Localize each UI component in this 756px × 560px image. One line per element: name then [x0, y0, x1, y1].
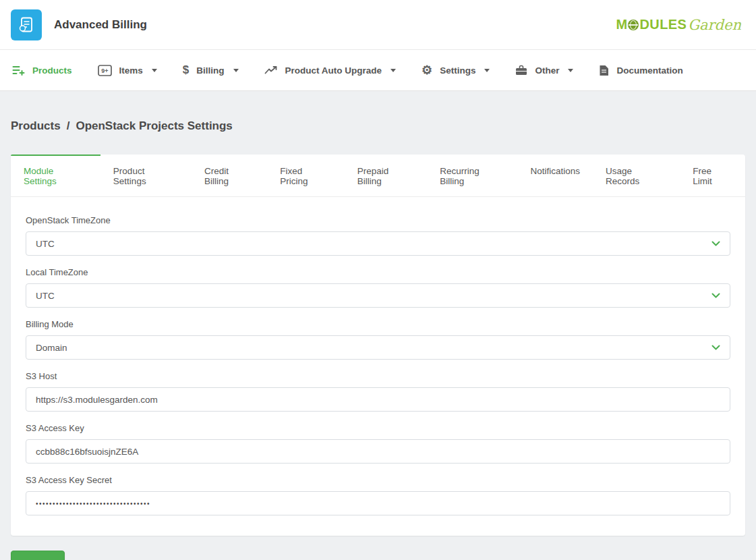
tab-credit-billing[interactable]: Credit Billing [192, 155, 267, 196]
tab-bar: Module Settings Product Settings Credit … [11, 155, 745, 197]
invoice-icon [17, 16, 36, 34]
tab-prepaid-billing[interactable]: Prepaid Billing [345, 155, 428, 196]
chevron-down-icon [711, 241, 720, 246]
s3-access-key-input[interactable] [26, 439, 730, 464]
local-timezone-select[interactable]: UTC [26, 283, 730, 308]
brand-garden: Garden [688, 17, 741, 33]
globe-icon [628, 20, 639, 30]
module-settings-form: OpenStack TimeZone UTC Local TimeZone UT… [11, 197, 745, 536]
s3-access-key-label: S3 Access Key [26, 423, 730, 433]
breadcrumb-separator: / [67, 119, 70, 132]
items-badge-icon: 9+ [98, 65, 112, 76]
nav-item-billing[interactable]: $ Billing [183, 63, 239, 77]
tab-recurring-billing[interactable]: Recurring Billing [427, 155, 517, 196]
nav-item-settings[interactable]: ⚙ Settings [421, 64, 490, 76]
brand-modules-rest: DULES [639, 17, 687, 32]
submit-button[interactable]: Submit [11, 551, 65, 560]
chevron-down-icon [152, 69, 157, 72]
main-nav: Products 9+ Items $ Billing Product Auto… [0, 50, 756, 91]
nav-label: Other [535, 65, 559, 76]
s3-host-input[interactable] [26, 387, 730, 412]
nav-item-documentation[interactable]: Documentation [599, 65, 682, 76]
app-header: Advanced Billing MDULESGarden [0, 0, 756, 50]
select-value: UTC [36, 291, 55, 301]
s3-access-key-secret-input[interactable] [26, 491, 730, 515]
billing-mode-select[interactable]: Domain [26, 335, 730, 360]
chevron-down-icon [484, 69, 490, 72]
page-content: Products/OpenStack Projects Settings Mod… [0, 91, 756, 560]
chevron-down-icon [233, 69, 239, 72]
nav-label: Products [32, 65, 72, 76]
page-title: Advanced Billing [54, 18, 147, 32]
chevron-down-icon [568, 69, 573, 72]
chevron-down-icon [711, 293, 720, 298]
local-timezone-label: Local TimeZone [26, 267, 730, 277]
chevron-down-icon [390, 69, 396, 72]
nav-label: Billing [196, 65, 224, 76]
s3-host-label: S3 Host [26, 371, 730, 381]
playlist-add-icon [12, 65, 25, 76]
field-s3-host: S3 Host [26, 371, 730, 412]
openstack-timezone-label: OpenStack TimeZone [26, 215, 730, 225]
trending-up-icon [264, 65, 278, 75]
tab-fixed-pricing[interactable]: Fixed Pricing [267, 155, 344, 196]
tab-notifications[interactable]: Notifications [518, 155, 593, 196]
breadcrumb: Products/OpenStack Projects Settings [11, 91, 745, 155]
dollar-icon: $ [183, 63, 189, 77]
app-logo[interactable] [11, 9, 42, 40]
chevron-down-icon [711, 345, 720, 350]
nav-item-product-auto-upgrade[interactable]: Product Auto Upgrade [264, 65, 397, 76]
tab-product-settings[interactable]: Product Settings [100, 155, 192, 196]
modulesgarden-logo[interactable]: MDULESGarden [616, 17, 741, 33]
tab-free-limit[interactable]: Free Limit [680, 155, 745, 196]
tab-module-settings[interactable]: Module Settings [11, 155, 100, 196]
openstack-timezone-select[interactable]: UTC [26, 231, 730, 256]
field-s3-access-key: S3 Access Key [26, 423, 730, 464]
nav-label: Settings [440, 65, 475, 76]
breadcrumb-current: OpenStack Projects Settings [76, 119, 232, 132]
nav-label: Items [119, 65, 143, 76]
billing-mode-label: Billing Mode [26, 319, 730, 329]
nav-item-products[interactable]: Products [12, 65, 72, 76]
field-billing-mode: Billing Mode Domain [26, 319, 730, 360]
breadcrumb-link-products[interactable]: Products [11, 119, 61, 132]
settings-card: Module Settings Product Settings Credit … [11, 155, 745, 536]
field-local-timezone: Local TimeZone UTC [26, 267, 730, 308]
document-icon [599, 65, 609, 76]
brand-modules-m: M [616, 17, 627, 32]
briefcase-icon [515, 65, 527, 76]
nav-item-items[interactable]: 9+ Items [98, 65, 157, 76]
nav-label: Product Auto Upgrade [285, 65, 382, 76]
svg-text:9+: 9+ [101, 67, 108, 74]
field-s3-access-key-secret: S3 Access Key Secret [26, 475, 730, 515]
select-value: Domain [36, 343, 67, 353]
field-openstack-timezone: OpenStack TimeZone UTC [26, 215, 730, 256]
select-value: UTC [36, 239, 55, 249]
s3-access-key-secret-label: S3 Access Key Secret [26, 475, 730, 485]
gear-icon: ⚙ [421, 64, 432, 76]
tab-usage-records[interactable]: Usage Records [593, 155, 680, 196]
nav-label: Documentation [616, 65, 682, 76]
nav-item-other[interactable]: Other [515, 65, 573, 76]
